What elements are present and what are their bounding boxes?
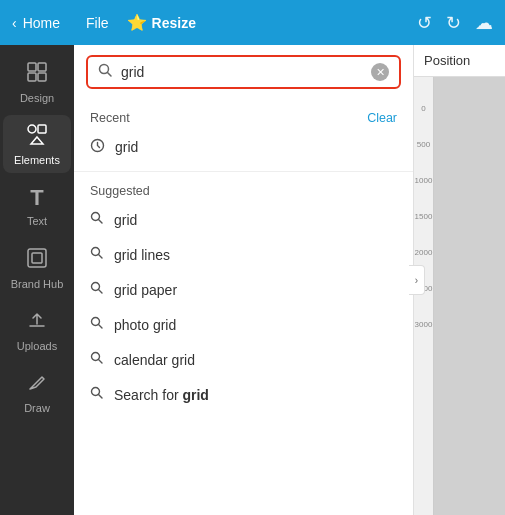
sidebar-item-text[interactable]: T Text bbox=[3, 177, 71, 235]
search-icon bbox=[98, 63, 113, 81]
svg-rect-1 bbox=[38, 63, 46, 71]
svg-rect-8 bbox=[32, 253, 42, 263]
svg-rect-7 bbox=[28, 249, 46, 267]
main-area: Design Elements T Text B bbox=[0, 45, 505, 515]
ruler-mark-0: 0 bbox=[421, 105, 425, 113]
suggestion-text-calendar-grid: calendar grid bbox=[114, 352, 195, 368]
topbar: ‹ Home File ⭐ Resize ↺ ↻ ☁ bbox=[0, 0, 505, 45]
search-icon-s1 bbox=[90, 211, 104, 228]
suggestion-item-grid-paper[interactable]: grid paper bbox=[74, 272, 413, 307]
redo-icon[interactable]: ↻ bbox=[446, 12, 461, 34]
suggestion-item-grid[interactable]: grid bbox=[74, 202, 413, 237]
uploads-icon bbox=[26, 309, 48, 336]
text-icon: T bbox=[30, 185, 43, 211]
svg-point-4 bbox=[28, 125, 36, 133]
canvas-area bbox=[434, 77, 505, 515]
svg-rect-3 bbox=[38, 73, 46, 81]
suggested-section-header: Suggested bbox=[74, 178, 413, 202]
topbar-icons: ↺ ↻ ☁ bbox=[417, 12, 493, 34]
draw-icon bbox=[26, 371, 48, 398]
sidebar-item-text-label: Text bbox=[27, 215, 47, 227]
search-clear-button[interactable]: ✕ bbox=[371, 63, 389, 81]
undo-icon[interactable]: ↺ bbox=[417, 12, 432, 34]
brand-hub-icon bbox=[26, 247, 48, 274]
position-label: Position bbox=[414, 45, 505, 77]
svg-rect-0 bbox=[28, 63, 36, 71]
ruler-vertical: 0 500 1000 1500 2000 2500 3000 bbox=[414, 77, 434, 515]
back-button[interactable]: ‹ bbox=[12, 15, 17, 31]
recent-item-grid[interactable]: grid bbox=[74, 129, 413, 165]
search-input[interactable] bbox=[121, 64, 363, 80]
suggestion-item-search-for-grid[interactable]: Search for grid bbox=[74, 377, 413, 412]
ruler-mark-500: 500 bbox=[417, 141, 430, 149]
sidebar-item-uploads[interactable]: Uploads bbox=[3, 301, 71, 359]
search-icon-s4 bbox=[90, 316, 104, 333]
sidebar-item-design-label: Design bbox=[20, 92, 54, 104]
suggestion-text-grid-lines: grid lines bbox=[114, 247, 170, 263]
resize-button[interactable]: ⭐ Resize bbox=[127, 13, 196, 32]
sidebar: Design Elements T Text B bbox=[0, 45, 74, 515]
search-container: ✕ bbox=[74, 45, 413, 99]
ruler-mark-3000: 3000 bbox=[415, 321, 433, 329]
suggestion-text-grid-paper: grid paper bbox=[114, 282, 177, 298]
topbar-left: ‹ Home bbox=[12, 15, 60, 31]
search-icon-s5 bbox=[90, 351, 104, 368]
sidebar-item-uploads-label: Uploads bbox=[17, 340, 57, 352]
recent-title: Recent bbox=[90, 111, 130, 125]
suggestion-item-calendar-grid[interactable]: calendar grid bbox=[74, 342, 413, 377]
home-button[interactable]: Home bbox=[23, 15, 60, 31]
recent-clear-button[interactable]: Clear bbox=[367, 111, 397, 125]
file-button[interactable]: File bbox=[86, 15, 109, 31]
ruler-mark-1500: 1500 bbox=[415, 213, 433, 221]
upload-cloud-icon[interactable]: ☁ bbox=[475, 12, 493, 34]
resize-star-icon: ⭐ bbox=[127, 13, 147, 32]
search-icon-s3 bbox=[90, 281, 104, 298]
suggestion-item-grid-lines[interactable]: grid lines bbox=[74, 237, 413, 272]
sidebar-item-elements-label: Elements bbox=[14, 154, 60, 166]
suggestion-text-search-for-grid: Search for grid bbox=[114, 387, 209, 403]
svg-rect-2 bbox=[28, 73, 36, 81]
expand-panel-button[interactable]: › bbox=[409, 265, 425, 295]
suggestion-text-grid: grid bbox=[114, 212, 137, 228]
resize-label: Resize bbox=[152, 15, 196, 31]
suggested-title: Suggested bbox=[90, 184, 150, 198]
search-icon-s6 bbox=[90, 386, 104, 403]
ruler-mark-2000: 2000 bbox=[415, 249, 433, 257]
recent-item-grid-text: grid bbox=[115, 139, 138, 155]
svg-rect-5 bbox=[38, 125, 46, 133]
sidebar-item-brand-hub[interactable]: Brand Hub bbox=[3, 239, 71, 297]
sidebar-item-draw[interactable]: Draw bbox=[3, 363, 71, 421]
sidebar-item-brand-hub-label: Brand Hub bbox=[11, 278, 64, 290]
sidebar-item-elements[interactable]: Elements bbox=[3, 115, 71, 173]
divider bbox=[74, 171, 413, 172]
svg-marker-6 bbox=[31, 137, 43, 144]
sidebar-item-draw-label: Draw bbox=[24, 402, 50, 414]
search-box[interactable]: ✕ bbox=[86, 55, 401, 89]
search-dropdown: Recent Clear grid Suggested bbox=[74, 99, 413, 515]
recent-section-header: Recent Clear bbox=[74, 105, 413, 129]
content-panel: ✕ Recent Clear grid bbox=[74, 45, 414, 515]
suggestion-item-photo-grid[interactable]: photo grid bbox=[74, 307, 413, 342]
elements-icon bbox=[26, 123, 48, 150]
sidebar-item-design[interactable]: Design bbox=[3, 53, 71, 111]
design-icon bbox=[26, 61, 48, 88]
suggestion-text-photo-grid: photo grid bbox=[114, 317, 176, 333]
right-panel: Position 0 500 1000 1500 2000 2500 3000 bbox=[414, 45, 505, 515]
search-icon-s2 bbox=[90, 246, 104, 263]
clock-icon bbox=[90, 138, 105, 156]
ruler-mark-1000: 1000 bbox=[415, 177, 433, 185]
